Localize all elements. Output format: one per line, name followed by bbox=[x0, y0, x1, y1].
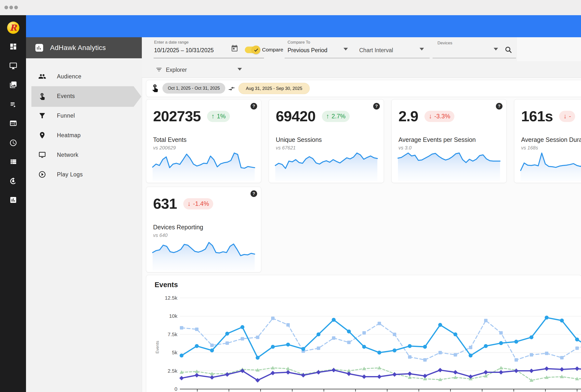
desktop-icon[interactable] bbox=[9, 62, 17, 70]
window-dot[interactable] bbox=[14, 6, 18, 9]
window-titlebar bbox=[0, 0, 581, 15]
web-layout-icon[interactable] bbox=[9, 119, 17, 127]
kpi-value: 631 bbox=[153, 195, 177, 212]
app-title: AdHawk Analytics bbox=[50, 44, 106, 52]
top-accent-bar bbox=[26, 15, 581, 37]
arrow-up-icon: ↑ bbox=[211, 112, 215, 120]
clock-icon[interactable] bbox=[9, 139, 17, 147]
nav-item-audience[interactable]: Audience bbox=[26, 67, 142, 86]
filter-list-icon bbox=[156, 66, 162, 73]
svg-text:0: 0 bbox=[174, 386, 178, 392]
dashboard-icon[interactable] bbox=[9, 43, 17, 50]
svg-text:5k: 5k bbox=[172, 350, 178, 355]
chevron-down-icon[interactable] bbox=[238, 68, 242, 71]
touch-icon bbox=[38, 92, 46, 100]
help-icon[interactable]: ? bbox=[250, 190, 257, 197]
app-logo-icon[interactable]: R bbox=[7, 21, 20, 34]
kpi-card-unique-sessions: 69420 ↑2.7% ? Unique Sessions vs 67621 bbox=[269, 99, 384, 183]
explorer-select[interactable]: Explorer bbox=[166, 67, 187, 73]
devices-underline bbox=[432, 58, 516, 58]
svg-text:7.5k: 7.5k bbox=[168, 332, 178, 337]
date-range-label: Enter a date range bbox=[154, 40, 189, 45]
kpi-card-avg-events: 2.9 ↓-3.3% ? Average Events per Session … bbox=[391, 99, 507, 183]
kpi-value: 202735 bbox=[153, 108, 201, 125]
arrow-down-icon: ↓ bbox=[429, 112, 432, 120]
svg-text:12.5k: 12.5k bbox=[165, 295, 178, 301]
devices-label: Devices bbox=[438, 41, 452, 46]
kpi-label: Unique Sessions bbox=[276, 136, 322, 143]
nav-item-play-logs[interactable]: Play Logs bbox=[26, 165, 142, 184]
nav-item-network[interactable]: Network bbox=[26, 145, 142, 165]
kpi-card-total-events: 202735 ↑1% ? Total Events vs 200629 bbox=[146, 99, 261, 183]
help-icon[interactable]: ? bbox=[250, 103, 257, 110]
people-icon bbox=[38, 72, 46, 80]
chart-interval-underline bbox=[358, 58, 430, 58]
check-icon bbox=[254, 47, 259, 53]
touch-icon bbox=[151, 83, 160, 92]
events-line-chart[interactable]: 02.5k5k7.5k10k12.5kEvents bbox=[146, 275, 581, 392]
nav-item-events[interactable]: Events bbox=[26, 86, 142, 106]
kpi-delta-badge: ↓-3.3% bbox=[424, 111, 454, 122]
kpi-delta-badge: ↑1% bbox=[207, 111, 230, 122]
view-list-icon[interactable] bbox=[9, 158, 17, 166]
svg-text:Events: Events bbox=[155, 341, 160, 354]
photo-library-icon[interactable] bbox=[9, 81, 17, 89]
compare-toggle-label: Compare bbox=[262, 47, 283, 53]
kpi-delta-badge: ↓- bbox=[559, 111, 575, 122]
arrow-down-icon: ↓ bbox=[563, 112, 567, 120]
help-icon[interactable]: ? bbox=[373, 103, 380, 110]
window-dot[interactable] bbox=[9, 6, 13, 9]
arrow-up-icon: ↑ bbox=[326, 112, 330, 120]
kpi-label: Average Events per Session bbox=[398, 136, 476, 143]
kpi-value: 2.9 bbox=[398, 108, 418, 125]
compare-arrows-icon bbox=[228, 85, 235, 92]
previous-range-chip[interactable]: Aug 31, 2025 - Sep 30, 2025 bbox=[238, 83, 310, 94]
arrow-down-icon: ↓ bbox=[188, 200, 191, 207]
kpi-card-session-duration: 161s ↓- ? Average Session Duration vs 16… bbox=[514, 99, 581, 183]
kpi-sparkline bbox=[151, 148, 256, 181]
window-dot[interactable] bbox=[4, 6, 8, 9]
kpi-value: 69420 bbox=[276, 108, 316, 125]
date-range-input[interactable]: 10/1/2025 – 10/31/2025 bbox=[154, 47, 214, 54]
kpi-label: Average Session Duration bbox=[521, 136, 581, 143]
nav-label: Audience bbox=[57, 73, 82, 80]
compare-to-select[interactable]: Previous Period bbox=[288, 47, 327, 54]
kpi-sparkline bbox=[274, 148, 379, 181]
svg-text:10k: 10k bbox=[169, 313, 178, 319]
chevron-down-icon[interactable] bbox=[420, 48, 424, 50]
kpi-sparkline bbox=[519, 148, 581, 181]
nav-item-heatmap[interactable]: Heatmap bbox=[26, 125, 142, 145]
chevron-down-icon[interactable] bbox=[344, 48, 348, 50]
toolbar-row-2 bbox=[142, 61, 581, 78]
nav-label: Play Logs bbox=[57, 171, 83, 178]
playlist-play-icon[interactable] bbox=[9, 100, 17, 108]
calendar-icon[interactable] bbox=[231, 45, 238, 52]
monitor-icon bbox=[38, 151, 46, 159]
nav-item-funnel[interactable]: Funnel bbox=[26, 106, 142, 125]
insert-chart-icon bbox=[34, 43, 44, 53]
kpi-delta-badge: ↑2.7% bbox=[322, 111, 350, 122]
joystick-icon[interactable] bbox=[9, 177, 17, 185]
search-icon[interactable] bbox=[504, 46, 512, 54]
kpi-card-devices-reporting: 631 ↓-1.4% ? Devices Reporting vs 640 bbox=[146, 187, 261, 272]
kpi-sparkline bbox=[396, 148, 502, 181]
help-icon[interactable]: ? bbox=[496, 103, 502, 110]
app-header: AdHawk Analytics bbox=[26, 37, 142, 58]
nav-label: Heatmap bbox=[57, 132, 81, 139]
current-range-chip[interactable]: Oct 1, 2025 - Oct 31, 2025 bbox=[162, 83, 225, 94]
compare-to-label: Compare To bbox=[288, 40, 310, 45]
kpi-label: Total Events bbox=[153, 136, 186, 143]
kpi-label: Devices Reporting bbox=[153, 224, 203, 231]
nav-label: Network bbox=[57, 152, 78, 158]
nav-label: Events bbox=[57, 93, 75, 99]
kpi-sparkline bbox=[151, 237, 256, 271]
chart-interval-select[interactable]: Chart Interval bbox=[359, 47, 393, 54]
date-range-underline bbox=[154, 58, 264, 58]
chevron-down-icon[interactable] bbox=[494, 48, 498, 50]
compare-toggle-thumb[interactable] bbox=[252, 46, 260, 54]
bar-chart-icon[interactable] bbox=[9, 196, 17, 204]
funnel-icon bbox=[38, 112, 46, 120]
toolbar-row-1-end bbox=[517, 37, 581, 61]
pin-icon bbox=[38, 131, 46, 139]
svg-text:2.5k: 2.5k bbox=[168, 368, 178, 374]
